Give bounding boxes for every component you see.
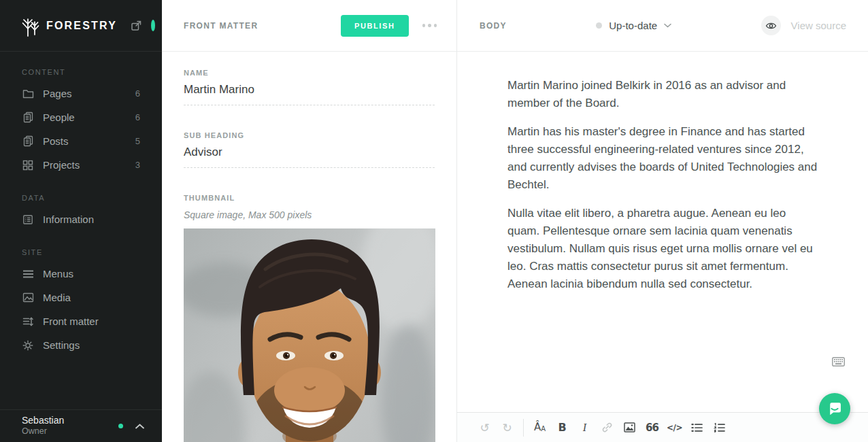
more-options-icon[interactable] bbox=[421, 21, 439, 30]
item-count: 6 bbox=[135, 88, 140, 99]
sidebar-item-label: Front matter bbox=[43, 316, 99, 327]
sidebar-item-posts[interactable]: Posts 5 bbox=[0, 129, 162, 153]
sidebar-item-label: Information bbox=[43, 214, 94, 225]
folder-icon bbox=[22, 88, 34, 100]
brand-name: FORESTRY bbox=[46, 20, 117, 32]
external-link-icon[interactable] bbox=[131, 20, 141, 31]
nav-section-content: CONTENT Pages 6 People bbox=[0, 68, 162, 177]
body-header: BODY Up-to-date View source bbox=[457, 0, 868, 52]
redo-icon[interactable]: ↻ bbox=[496, 416, 518, 439]
online-status-dot bbox=[118, 424, 123, 428]
sync-status-ring[interactable] bbox=[151, 20, 155, 31]
sidebar: FORESTRY CONTENT Pages 6 bbox=[0, 0, 162, 442]
ordered-list-icon[interactable] bbox=[708, 416, 731, 439]
field-label: SUB HEADING bbox=[184, 131, 435, 139]
thumbnail-field-group: THUMBNAIL Square image, Max 500 pixels bbox=[184, 194, 435, 442]
sidebar-item-label: Media bbox=[43, 292, 71, 303]
thumbnail-image[interactable] bbox=[184, 228, 435, 442]
sidebar-item-information[interactable]: Information bbox=[0, 207, 162, 231]
body-paragraph[interactable]: Nulla vitae elit libero, a pharetra augu… bbox=[507, 205, 820, 293]
link-icon[interactable] bbox=[596, 416, 618, 439]
section-label: CONTENT bbox=[0, 68, 162, 76]
grid-icon bbox=[22, 159, 34, 171]
blockquote-icon[interactable]: 66 bbox=[641, 416, 663, 439]
documents-icon bbox=[22, 112, 34, 124]
bullet-list-icon[interactable] bbox=[686, 416, 708, 439]
rich-text-editor[interactable]: Martin Marino joined Belkirk in 2016 as … bbox=[457, 52, 868, 412]
name-field-group: NAME Martin Marino bbox=[184, 69, 435, 105]
editor-toolbar: ↺ ↻ ÂA B I 66 </> bbox=[457, 412, 868, 442]
item-count: 3 bbox=[135, 160, 140, 170]
publish-button[interactable]: PUBLISH bbox=[341, 15, 408, 37]
documents-icon bbox=[22, 135, 34, 148]
chat-launcher-button[interactable] bbox=[819, 393, 850, 424]
sidebar-item-front-matter[interactable]: Front matter bbox=[0, 309, 162, 333]
front-matter-header: FRONT MATTER PUBLISH bbox=[162, 0, 456, 52]
header-actions: View source bbox=[761, 16, 846, 35]
view-source-button[interactable]: View source bbox=[791, 20, 846, 31]
thumbnail-hint: Square image, Max 500 pixels bbox=[184, 209, 435, 220]
sidebar-item-label: People bbox=[43, 112, 75, 123]
keyboard-shortcuts-icon[interactable] bbox=[832, 357, 845, 369]
status-dot bbox=[596, 22, 602, 29]
sidebar-item-projects[interactable]: Projects 3 bbox=[0, 153, 162, 177]
italic-icon[interactable]: I bbox=[573, 416, 596, 439]
sidebar-item-menus[interactable]: Menus bbox=[0, 262, 162, 286]
sidebar-item-label: Projects bbox=[43, 159, 80, 171]
user-menu[interactable]: Sebastian Owner bbox=[0, 409, 162, 442]
forestry-trees-icon bbox=[22, 15, 39, 37]
sidebar-item-label: Settings bbox=[43, 339, 80, 351]
gear-icon bbox=[22, 339, 34, 352]
toolbar-divider bbox=[523, 419, 524, 437]
item-count: 6 bbox=[135, 112, 140, 122]
status-label: Up-to-date bbox=[609, 20, 657, 31]
sidebar-item-label: Menus bbox=[43, 268, 73, 279]
font-style-icon[interactable]: ÂA bbox=[529, 416, 551, 439]
user-name: Sebastian bbox=[22, 415, 64, 427]
front-matter-panel: FRONT MATTER PUBLISH NAME Martin Marino … bbox=[162, 0, 457, 442]
user-role: Owner bbox=[22, 426, 64, 437]
front-matter-form: NAME Martin Marino SUB HEADING Advisor T… bbox=[162, 52, 456, 442]
bold-icon[interactable]: B bbox=[551, 416, 573, 439]
nav-section-site: SITE Menus Media bbox=[0, 248, 162, 357]
chevron-down-icon bbox=[664, 23, 671, 28]
section-label: DATA bbox=[0, 194, 162, 202]
hamburger-icon bbox=[22, 268, 34, 280]
sidebar-item-pages[interactable]: Pages 6 bbox=[0, 82, 162, 105]
insert-image-icon[interactable] bbox=[618, 416, 641, 439]
name-field[interactable]: Martin Marino bbox=[184, 83, 435, 105]
eye-icon bbox=[765, 22, 777, 30]
sidebar-item-label: Posts bbox=[43, 135, 69, 147]
front-matter-icon bbox=[22, 316, 34, 328]
item-count: 5 bbox=[135, 136, 140, 146]
field-label: THUMBNAIL bbox=[184, 194, 435, 202]
sidebar-nav: CONTENT Pages 6 People bbox=[0, 52, 162, 409]
panel-title: FRONT MATTER bbox=[184, 21, 258, 31]
info-list-icon bbox=[22, 214, 34, 226]
body-panel: BODY Up-to-date View source Martin Marin… bbox=[457, 0, 868, 442]
sidebar-item-settings[interactable]: Settings bbox=[0, 333, 162, 357]
brand-header: FORESTRY bbox=[0, 0, 162, 52]
sidebar-item-media[interactable]: Media bbox=[0, 286, 162, 309]
sub-heading-field[interactable]: Advisor bbox=[184, 146, 435, 168]
chat-smile-icon bbox=[827, 401, 843, 417]
panel-title: BODY bbox=[480, 21, 507, 31]
code-icon[interactable]: </> bbox=[663, 416, 686, 439]
sidebar-item-people[interactable]: People 6 bbox=[0, 105, 162, 129]
preview-button[interactable] bbox=[761, 16, 781, 35]
sync-status-dropdown[interactable]: Up-to-date bbox=[596, 20, 671, 31]
image-icon bbox=[22, 292, 34, 304]
section-label: SITE bbox=[0, 248, 162, 256]
undo-icon[interactable]: ↺ bbox=[473, 416, 496, 439]
field-label: NAME bbox=[184, 69, 435, 77]
body-paragraph[interactable]: Martin has his master's degree in Financ… bbox=[507, 123, 820, 194]
body-paragraph[interactable]: Martin Marino joined Belkirk in 2016 as … bbox=[507, 77, 820, 112]
status-zone: Up-to-date bbox=[507, 20, 761, 31]
sub-heading-field-group: SUB HEADING Advisor bbox=[184, 131, 435, 168]
sidebar-item-label: Pages bbox=[43, 88, 72, 99]
chevron-up-icon[interactable] bbox=[135, 424, 144, 429]
nav-section-data: DATA Information bbox=[0, 194, 162, 231]
user-meta: Sebastian Owner bbox=[22, 415, 64, 437]
